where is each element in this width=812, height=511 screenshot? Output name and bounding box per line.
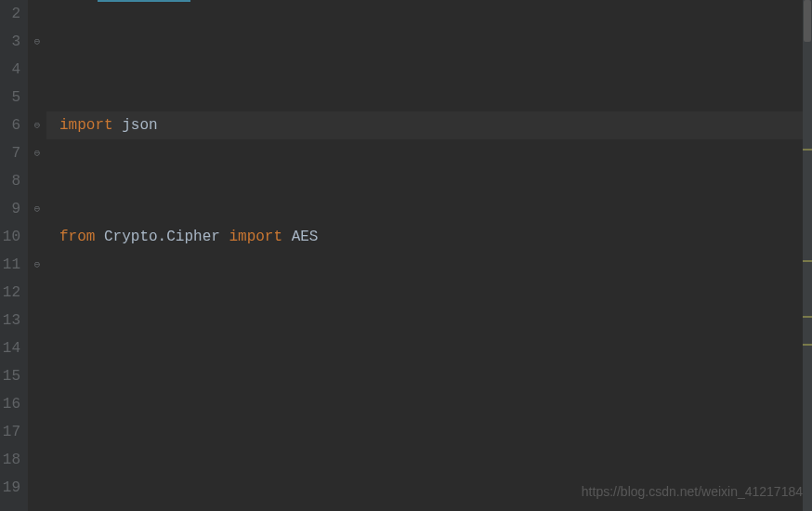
scrollbar-thumb[interactable] xyxy=(804,0,811,42)
vertical-scrollbar[interactable] xyxy=(803,0,812,511)
line-number: 6 xyxy=(0,111,20,139)
fold-icon[interactable] xyxy=(28,167,46,195)
fold-icon[interactable]: ⊖ xyxy=(28,251,46,279)
line-number: 16 xyxy=(0,390,20,418)
fold-icon[interactable] xyxy=(28,334,46,362)
fold-icon[interactable] xyxy=(28,0,46,28)
keyword: from xyxy=(59,229,95,245)
fold-gutter: ⊖ ⊖ ⊖ ⊖ ⊖ xyxy=(28,0,46,511)
line-number: 5 xyxy=(0,84,20,111)
fold-icon[interactable] xyxy=(28,390,46,418)
warning-marker[interactable] xyxy=(803,149,812,151)
fold-icon[interactable] xyxy=(28,223,46,251)
watermark-text: https://blog.csdn.net/weixin_41217184 xyxy=(582,478,803,505)
line-number: 15 xyxy=(0,362,20,390)
line-number: 7 xyxy=(0,139,20,167)
fold-icon[interactable] xyxy=(28,84,46,111)
fold-icon[interactable] xyxy=(28,418,46,446)
line-number: 17 xyxy=(0,418,20,446)
fold-icon[interactable] xyxy=(28,307,46,334)
line-number: 19 xyxy=(0,474,20,502)
code-line[interactable] xyxy=(59,418,812,446)
code-text: Crypto.Cipher xyxy=(95,229,229,245)
active-line-highlight xyxy=(46,111,812,139)
keyword: import xyxy=(229,229,282,245)
line-number: 3 xyxy=(0,28,20,56)
line-number: 4 xyxy=(0,56,20,84)
line-number: 13 xyxy=(0,307,20,334)
code-area[interactable]: import json from Crypto.Cipher import AE… xyxy=(46,0,812,511)
line-number: 10 xyxy=(0,223,20,251)
code-line[interactable] xyxy=(59,334,812,362)
line-number: 2 xyxy=(0,0,20,28)
warning-marker[interactable] xyxy=(803,260,812,262)
line-number: 11 xyxy=(0,251,20,279)
fold-icon[interactable] xyxy=(28,362,46,390)
fold-icon[interactable] xyxy=(28,446,46,474)
fold-icon[interactable] xyxy=(28,474,46,502)
fold-icon[interactable] xyxy=(28,56,46,84)
line-number: 8 xyxy=(0,167,20,195)
fold-icon[interactable]: ⊖ xyxy=(28,139,46,167)
code-editor[interactable]: 2 3 4 5 6 7 8 9 10 11 12 13 14 15 16 17 … xyxy=(0,0,812,511)
warning-marker[interactable] xyxy=(803,316,812,318)
line-number: 14 xyxy=(0,334,20,362)
fold-icon[interactable]: ⊖ xyxy=(28,111,46,139)
fold-icon[interactable] xyxy=(28,279,46,307)
fold-icon[interactable]: ⊖ xyxy=(28,28,46,56)
line-number-gutter: 2 3 4 5 6 7 8 9 10 11 12 13 14 15 16 17 … xyxy=(0,0,28,511)
keyword: import xyxy=(59,117,113,134)
warning-marker[interactable] xyxy=(803,344,812,346)
line-number: 18 xyxy=(0,446,20,474)
fold-icon[interactable]: ⊖ xyxy=(28,195,46,223)
line-number: 12 xyxy=(0,279,20,307)
code-line[interactable]: from Crypto.Cipher import AES xyxy=(59,223,812,251)
code-text: AES xyxy=(282,229,318,245)
line-number: 9 xyxy=(0,195,20,223)
code-text: json xyxy=(113,117,158,134)
